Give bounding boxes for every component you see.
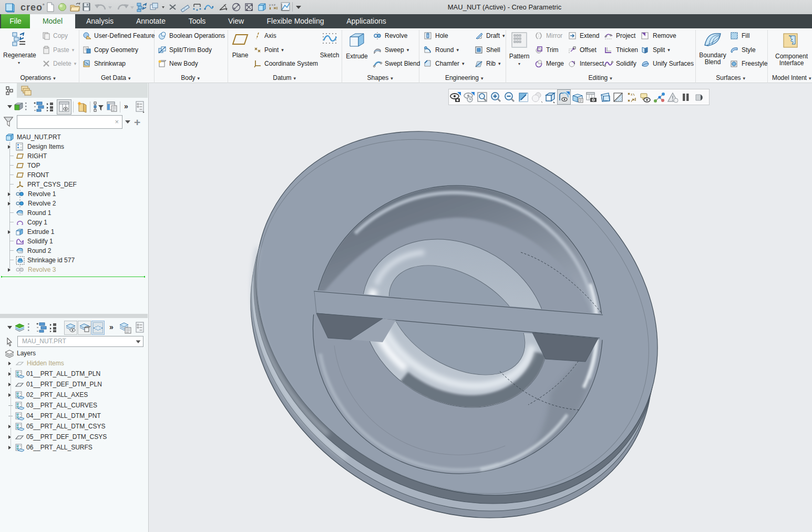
svg-text:y x: y x [269,3,273,6]
svg-text:z: z [274,3,275,6]
svg-text:x: x [631,93,633,96]
